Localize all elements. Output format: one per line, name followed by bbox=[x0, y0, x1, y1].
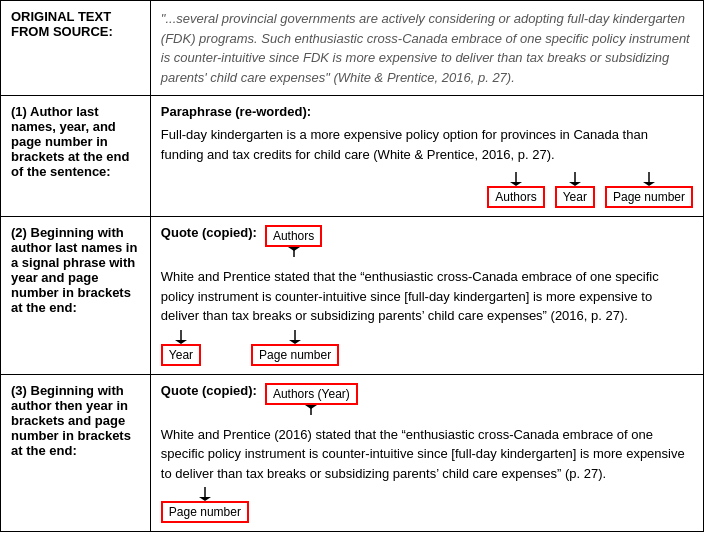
authors-year-annotation: Authors (Year) bbox=[265, 383, 358, 419]
row1-left-label: (1) Author last names, year, and page nu… bbox=[1, 96, 151, 217]
quote2-content: White and Prentice (2016) stated that th… bbox=[161, 427, 685, 481]
row3-right: Quote (copied): Authors (Year) White and… bbox=[150, 374, 703, 532]
quote1-label: (2) Beginning with author last names in … bbox=[11, 225, 137, 315]
row0-left-label: ORIGINAL TEXT FROM SOURCE: bbox=[1, 1, 151, 96]
svg-marker-7 bbox=[288, 247, 300, 251]
page-arrow-2 bbox=[289, 330, 301, 344]
authors-annotation-1: Authors bbox=[487, 172, 544, 208]
row2-left-label: (2) Beginning with author last names in … bbox=[1, 217, 151, 375]
authors-label-2: Authors bbox=[273, 229, 314, 243]
paraphrase-title: Paraphrase (re-worded): bbox=[161, 104, 693, 119]
authors-label-1: Authors bbox=[495, 190, 536, 204]
page-arrow-1 bbox=[643, 172, 655, 186]
authors-arrow-1 bbox=[510, 172, 522, 186]
row1-right: Paraphrase (re-worded): Full-day kinderg… bbox=[150, 96, 703, 217]
authors-box-2: Authors bbox=[265, 225, 322, 247]
authors-year-arrow bbox=[305, 405, 317, 419]
quote2-label: (3) Beginning with author then year in b… bbox=[11, 383, 131, 458]
svg-marker-13 bbox=[305, 405, 317, 409]
quote2-bottom-labels: Page number bbox=[161, 487, 693, 523]
year-arrow-1 bbox=[569, 172, 581, 186]
page-label-2: Page number bbox=[259, 348, 331, 362]
year-annotation-1: Year bbox=[555, 172, 595, 208]
page-annotation-2: Page number bbox=[251, 330, 339, 366]
year-box-1: Year bbox=[555, 186, 595, 208]
page-arrow-3 bbox=[199, 487, 211, 501]
row3-left-label: (3) Beginning with author then year in b… bbox=[1, 374, 151, 532]
authors-year-label: Authors (Year) bbox=[273, 387, 350, 401]
original-text-label: ORIGINAL TEXT FROM SOURCE: bbox=[11, 9, 113, 39]
page-box-3: Page number bbox=[161, 501, 249, 523]
page-box-1: Page number bbox=[605, 186, 693, 208]
authors-annotation-2: Authors bbox=[265, 225, 322, 261]
year-box-2: Year bbox=[161, 344, 201, 366]
original-text-content: "...several provincial governments are a… bbox=[161, 11, 690, 85]
page-label-3: Page number bbox=[169, 505, 241, 519]
quote2-title: Quote (copied): bbox=[161, 383, 257, 398]
authors-year-box: Authors (Year) bbox=[265, 383, 358, 405]
quote1-content: White and Prentice stated that the “enth… bbox=[161, 269, 659, 323]
page-box-2: Page number bbox=[251, 344, 339, 366]
paraphrase-labels-row: Authors Year bbox=[161, 172, 693, 208]
page-annotation-1: Page number bbox=[605, 172, 693, 208]
year-arrow-2 bbox=[175, 330, 187, 344]
row2-right: Quote (copied): Authors White and Prenti… bbox=[150, 217, 703, 375]
row0-right-content: "...several provincial governments are a… bbox=[150, 1, 703, 96]
quote1-bottom-labels: Year Page number bbox=[161, 330, 693, 366]
year-annotation-2: Year bbox=[161, 330, 201, 366]
page-label-1: Page number bbox=[613, 190, 685, 204]
paraphrase-content: Full-day kindergarten is a more expensiv… bbox=[161, 127, 648, 162]
page-annotation-3: Page number bbox=[161, 487, 249, 523]
quote1-title: Quote (copied): bbox=[161, 225, 257, 240]
authors-box-1: Authors bbox=[487, 186, 544, 208]
year-label-2: Year bbox=[169, 348, 193, 362]
year-label-1: Year bbox=[563, 190, 587, 204]
paraphrase-label: (1) Author last names, year, and page nu… bbox=[11, 104, 130, 179]
authors-arrow-2 bbox=[288, 247, 300, 261]
